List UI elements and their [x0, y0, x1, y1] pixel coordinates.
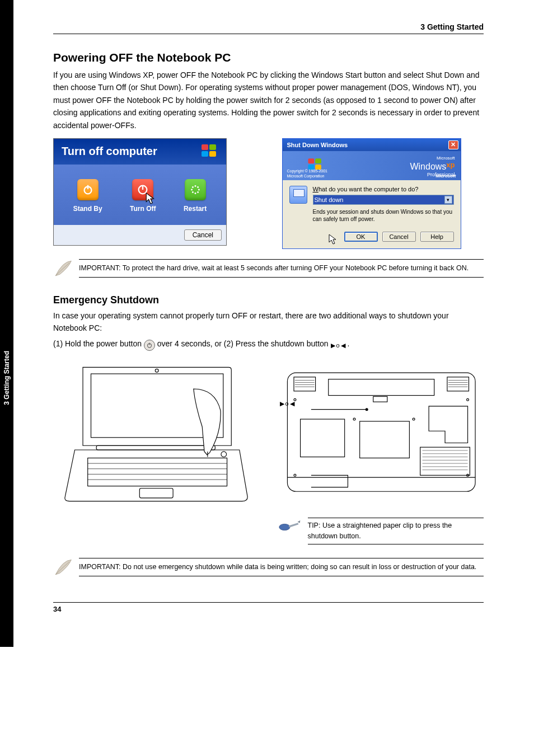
restart-label: Restart [184, 205, 207, 213]
svg-rect-22 [139, 489, 173, 498]
microsoft-brand: Microsoft [436, 173, 456, 179]
shutdown-dialog: Shut Down Windows ✕ Microsoft Windowsxp … [282, 138, 461, 249]
turn-off-dialog: Turn off computer Stand By [53, 138, 227, 246]
svg-rect-37 [373, 397, 387, 402]
shutdown-title-text: Shut Down Windows [287, 142, 348, 148]
shutdown-body: What do you want the computer to do? Shu… [283, 180, 461, 226]
turn-off-title-text: Turn off computer [62, 145, 157, 158]
action-dropdown[interactable]: Shut down ▾ [313, 195, 454, 205]
emergency-shutdown-title: Emergency Shutdown [53, 294, 484, 306]
svg-rect-41 [359, 421, 409, 458]
emergency-intro: In case your operating system cannot pro… [53, 309, 484, 335]
laptop-power-diagram [53, 356, 259, 513]
svg-point-56 [413, 419, 415, 421]
svg-rect-16 [96, 446, 215, 450]
svg-point-55 [353, 419, 355, 421]
svg-point-53 [294, 475, 296, 477]
windows-flag-icon [202, 144, 218, 159]
feather-icon [53, 259, 72, 278]
standby-icon [77, 179, 99, 200]
svg-point-8 [197, 186, 199, 188]
ok-button[interactable]: OK [344, 232, 378, 242]
cursor-icon [329, 234, 338, 245]
feather-icon [53, 558, 72, 577]
shutdown-button-marker: ▶o◀ [280, 400, 294, 407]
svg-rect-26 [294, 377, 316, 391]
svg-point-7 [198, 189, 200, 190]
chevron-down-icon: ▾ [444, 196, 452, 204]
emergency-options: (1) Hold the power button over 4 seconds… [53, 337, 484, 351]
help-button[interactable]: Help [420, 232, 454, 242]
shutdown-titlebar: Shut Down Windows ✕ [283, 139, 461, 151]
turn-off-titlebar: Turn off computer [54, 139, 226, 165]
dropdown-value: Shut down [315, 196, 344, 203]
important-note-row-2: IMPORTANT: Do not use emergency shutdown… [53, 558, 484, 580]
restart-button[interactable]: Restart [184, 179, 207, 213]
tip-row: TIP: Use a straightened paper clip to pr… [279, 518, 484, 544]
shutdown-banner: Microsoft Windowsxp Professional Copyrig… [283, 151, 461, 180]
important-note-2-text: IMPORTANT: Do not use emergency shutdown… [79, 562, 484, 572]
turn-off-body: Stand By Turn Off [54, 165, 226, 225]
svg-rect-36 [328, 379, 434, 396]
xp-suffix: xp [446, 161, 455, 169]
copyright-text: Copyright © 1985-2001 Microsoft Corporat… [287, 169, 327, 179]
svg-point-5 [194, 192, 196, 194]
standby-label: Stand By [73, 205, 102, 213]
laptop-bottom-diagram: ▶o◀ [279, 356, 484, 513]
power-icon [144, 340, 155, 351]
poweroff-paragraph: If you are using Windows XP, power OFF t… [53, 69, 484, 132]
svg-point-52 [466, 399, 469, 401]
svg-point-57 [279, 524, 289, 530]
svg-rect-27 [447, 377, 469, 391]
tip-text: TIP: Use a straightened paper clip to pr… [308, 520, 484, 542]
svg-point-9 [192, 186, 194, 188]
important-note-text: IMPORTANT: To protect the hard drive, wa… [79, 263, 484, 274]
svg-point-24 [221, 452, 227, 457]
svg-point-10 [197, 191, 199, 193]
shutdown-footer: OK Cancel Help [283, 226, 461, 248]
close-button[interactable]: ✕ [448, 140, 458, 149]
shutdown-prompt: What do you want the computer to do? [313, 186, 454, 192]
page-header: 3 Getting Started [53, 22, 484, 31]
cancel-button[interactable]: Cancel [382, 232, 416, 242]
header-rule [53, 34, 484, 34]
svg-point-39 [366, 408, 368, 411]
page-footer: 34 [53, 602, 484, 613]
shutdown-button-icon: ▶o◀ [331, 341, 345, 351]
windows-word: Windows [410, 162, 446, 171]
restart-icon [185, 179, 206, 200]
screwdriver-icon [279, 518, 301, 532]
important-note-row: IMPORTANT: To protect the hard drive, wa… [53, 259, 484, 281]
computer-icon [289, 186, 307, 204]
turnoff-button[interactable]: Turn Off [130, 179, 156, 213]
svg-rect-58 [288, 523, 298, 528]
svg-point-6 [191, 189, 193, 190]
svg-point-15 [155, 369, 158, 373]
svg-rect-42 [420, 448, 470, 476]
svg-point-4 [194, 185, 196, 187]
microsoft-small: Microsoft [410, 156, 455, 161]
turnoff-label: Turn Off [130, 205, 156, 213]
svg-point-11 [192, 191, 194, 193]
shutdown-description: Ends your session and shuts down Windows… [313, 208, 454, 223]
standby-button[interactable]: Stand By [73, 179, 102, 213]
svg-rect-17 [88, 458, 227, 486]
cursor-icon [144, 192, 157, 205]
turn-off-footer: Cancel [54, 225, 226, 245]
cancel-button[interactable]: Cancel [184, 229, 222, 241]
section-title-poweroff: Powering OFF the Notebook PC [53, 51, 484, 64]
turnoff-icon [132, 179, 153, 200]
svg-rect-40 [300, 420, 344, 458]
